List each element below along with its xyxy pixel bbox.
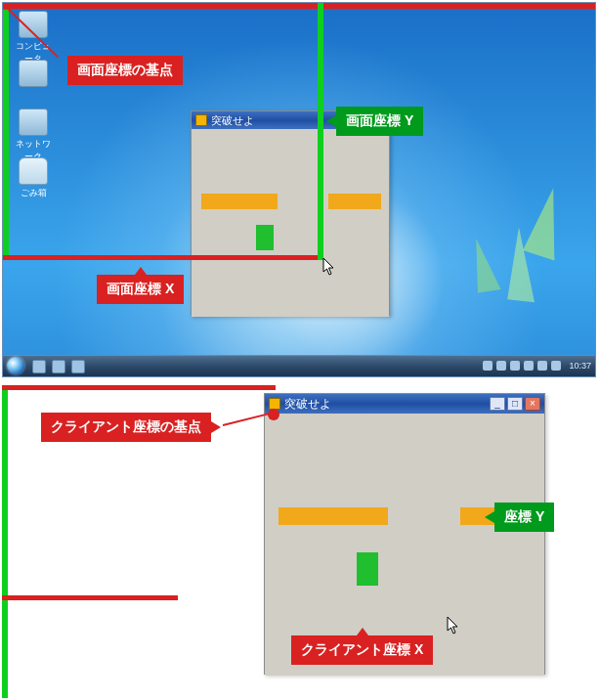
screen-y-guide [318,3,323,260]
app-window[interactable]: 突破せよ [191,110,390,316]
user-folder-icon [19,60,48,87]
game-block [357,552,378,586]
client-coord-diagram: 突破せよ _ □ × クライアント座標の基点 [2,385,596,696]
screen-y-label: 画面座標 Y [336,107,423,136]
taskbar-app-icon[interactable] [32,360,46,373]
game-paddle-left [201,194,278,209]
taskbar-app-icon[interactable] [52,360,65,373]
window-title: 突破せよ [211,113,254,128]
app-window[interactable]: 突破せよ _ □ × [264,393,545,675]
client-origin-label: クライアント座標の基点 [41,413,211,442]
app-icon [195,114,207,126]
start-button[interactable] [7,357,24,374]
label-text: 座標 Y [504,508,544,524]
client-y-guide-left [2,390,8,595]
client-y-guide [2,600,8,698]
client-y-label: 座標 Y [494,503,554,532]
taskbar[interactable]: 10:37 [3,355,595,376]
screen-x-label: 画面座標 X [97,275,184,304]
game-paddle-left [279,507,388,525]
label-text: クライアント座標 X [301,641,423,657]
client-x-guide [2,595,178,600]
tray-icon[interactable] [483,361,493,371]
label-text: クライアント座標の基点 [51,418,201,434]
window-titlebar[interactable]: 突破せよ _ □ × [265,394,544,414]
client-area [192,129,389,317]
desktop-icon-label: ごみ箱 [21,188,47,197]
screen-coord-diagram: コンピュータ ネットワーク ごみ箱 [2,2,596,377]
label-text: 画面座標 X [107,281,174,296]
desktop-icon-network[interactable]: ネットワーク [13,109,54,163]
client-x-guide-top [2,385,276,390]
tray-icon[interactable] [496,361,506,371]
network-icon [19,109,48,136]
tray-icon[interactable] [537,361,547,371]
taskbar-pinned[interactable] [32,360,85,373]
window-title: 突破せよ [284,396,331,413]
recycle-bin-icon [19,157,48,185]
screen-x-guide [3,255,323,260]
tray-icon[interactable] [510,361,520,371]
label-text: 画面座標 Y [346,112,413,128]
tray-icon[interactable] [524,361,534,371]
game-paddle-right [328,194,381,209]
close-button[interactable]: × [525,397,540,411]
label-text: 画面座標の基点 [77,62,173,77]
taskbar-app-icon[interactable] [71,360,85,373]
desktop-icon-recycle[interactable]: ごみ箱 [13,157,54,199]
maximize-button[interactable]: □ [507,397,523,411]
cursor-icon [447,616,460,635]
game-block [256,225,274,250]
desktop-icon-user[interactable] [13,60,54,89]
cursor-icon [322,257,336,277]
taskbar-clock[interactable]: 10:37 [569,361,591,371]
screen-x-guide-top [3,3,596,9]
client-x-label: クライアント座標 X [291,635,433,665]
screen-origin-label: 画面座標の基点 [67,56,183,85]
tray-icon[interactable] [551,361,561,371]
screen-y-guide-left [3,3,9,259]
system-tray[interactable]: 10:37 [483,355,591,376]
minimize-button[interactable]: _ [490,397,505,411]
